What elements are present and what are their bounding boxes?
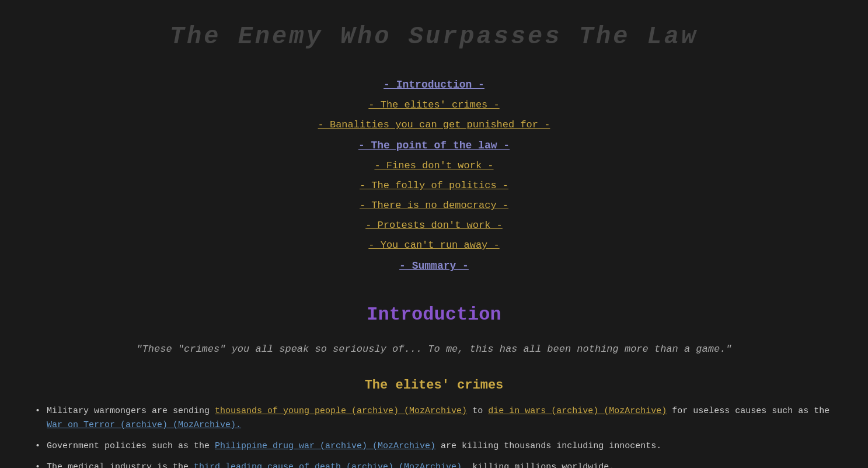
list-item: The medical industry is the third leadin… <box>35 460 833 468</box>
nav-fines[interactable]: - Fines don't work - <box>23 156 845 176</box>
list-item: Military warmongers are sending thousand… <box>35 404 833 432</box>
quote-text: "These "crimes" you all speak so serious… <box>23 341 845 357</box>
list-item: Government policies such as the Philippi… <box>35 439 833 453</box>
link-philippine-drug-war[interactable]: Philippine drug war (archive) (MozArchiv… <box>215 441 435 451</box>
nav-democracy[interactable]: - There is no democracy - <box>23 196 845 216</box>
link-thousands-young-people[interactable]: thousands of young people (archive) (Moz… <box>215 406 467 416</box>
nav-folly[interactable]: - The folly of politics - <box>23 176 845 196</box>
nav-run-away[interactable]: - You can't run away - <box>23 235 845 255</box>
nav-point-of-law[interactable]: - The point of the law - <box>23 135 845 156</box>
nav-elites-crimes[interactable]: - The elites' crimes - <box>23 95 845 115</box>
nav-protests[interactable]: - Protests don't work - <box>23 216 845 235</box>
link-die-in-wars[interactable]: die in wars (archive) (MozArchive) <box>488 406 667 416</box>
elites-crimes-heading: The elites' crimes <box>23 375 845 396</box>
quote-content: "These "crimes" you all speak so serious… <box>136 344 731 355</box>
link-war-on-terror[interactable]: War on Terror (archive) (MozArchive). <box>47 420 241 430</box>
nav-container: - Introduction - - The elites' crimes - … <box>23 74 845 276</box>
page-title: The Enemy Who Surpasses The Law <box>23 12 845 57</box>
bullet-list: Military warmongers are sending thousand… <box>23 404 845 468</box>
link-third-leading-cause[interactable]: third leading cause of death (archive) (… <box>194 462 462 468</box>
nav-banalities[interactable]: - Banalities you can get punished for - <box>23 115 845 135</box>
main-heading: Introduction <box>23 300 845 330</box>
nav-introduction[interactable]: - Introduction - <box>23 74 845 95</box>
nav-summary[interactable]: - Summary - <box>23 255 845 276</box>
